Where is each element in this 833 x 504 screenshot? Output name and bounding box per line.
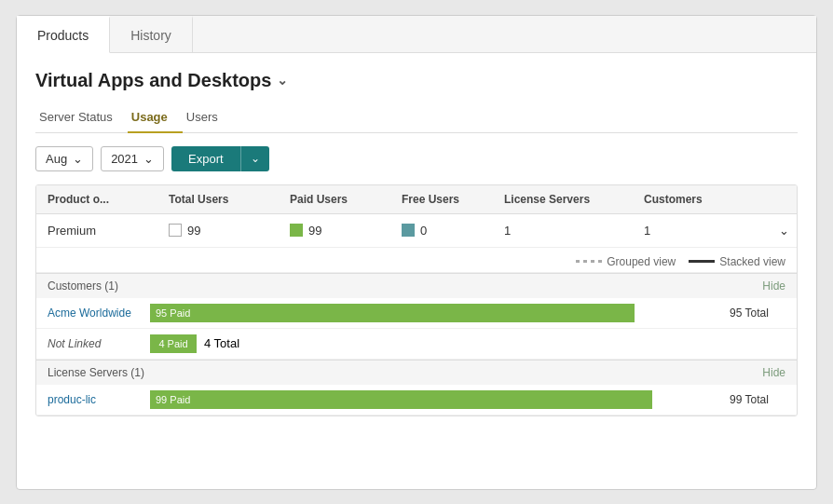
not-linked-label: Not Linked	[48, 337, 141, 350]
table-row: Premium 99 99 0 1 1	[36, 214, 797, 248]
acme-bar: 95 Paid	[150, 304, 635, 322]
cell-paid-users: 99	[290, 224, 402, 238]
col-expand	[765, 193, 798, 206]
customers-hide-button[interactable]: Hide	[762, 279, 785, 293]
grouped-icon	[576, 260, 602, 263]
produc-bar-container: 99 Paid	[150, 390, 720, 409]
tab-products[interactable]: Products	[17, 16, 110, 53]
tab-users[interactable]: Users	[183, 104, 233, 133]
tab-usage[interactable]: Usage	[128, 104, 183, 133]
sub-tab-bar: Server Status Usage Users	[35, 104, 798, 133]
produc-total: 99 Total	[730, 393, 785, 406]
col-free-users: Free Users	[402, 193, 504, 206]
cell-license-servers: 1	[504, 224, 644, 238]
not-linked-bar-wrap: 4 Paid 4 Total	[150, 334, 239, 353]
cell-product: Premium	[48, 224, 169, 238]
cell-total-users: 99	[169, 224, 290, 238]
tab-server-status[interactable]: Server Status	[35, 104, 128, 133]
col-paid-users: Paid Users	[290, 193, 402, 206]
license-section-header: License Servers (1) Hide	[36, 360, 797, 385]
toolbar: Aug ⌄ 2021 ⌄ Export ⌄	[35, 146, 798, 171]
col-total-users: Total Users	[169, 193, 290, 206]
not-linked-bar: 4 Paid	[150, 334, 197, 353]
export-button[interactable]: Export	[171, 146, 240, 171]
customers-section-header: Customers (1) Hide	[36, 273, 797, 298]
cell-expand[interactable]: ⌄	[765, 224, 798, 238]
year-chevron-icon: ⌄	[143, 152, 154, 166]
year-selector[interactable]: 2021 ⌄	[101, 146, 164, 171]
legend-grouped: Grouped view	[576, 255, 676, 268]
cell-free-users: 0	[402, 224, 504, 238]
acme-link[interactable]: Acme Worldwide	[48, 306, 141, 320]
tab-history[interactable]: History	[110, 16, 193, 52]
produc-link[interactable]: produc-lic	[48, 393, 141, 406]
produc-bar: 99 Paid	[150, 390, 652, 409]
license-hide-button[interactable]: Hide	[762, 366, 785, 379]
month-selector[interactable]: Aug ⌄	[35, 146, 93, 171]
customers-section-label: Customers (1)	[48, 279, 118, 293]
free-users-icon	[402, 224, 415, 237]
customer-row-not-linked: Not Linked 4 Paid 4 Total	[36, 329, 797, 360]
total-users-icon	[169, 224, 182, 237]
legend-stacked: Stacked view	[689, 255, 785, 268]
export-group: Export ⌄	[171, 146, 269, 171]
usage-table: Product o... Total Users Paid Users Free…	[35, 184, 798, 416]
export-dropdown-button[interactable]: ⌄	[240, 146, 269, 171]
page-title: Virtual Apps and Desktops ⌄	[35, 70, 798, 91]
chart-legend: Grouped view Stacked view	[36, 248, 797, 273]
col-license-servers: License Servers	[504, 193, 644, 206]
license-row-produc: produc-lic 99 Paid 99 Total	[36, 385, 797, 415]
acme-total: 95 Total	[730, 306, 785, 320]
table-header: Product o... Total Users Paid Users Free…	[36, 185, 797, 214]
main-card: Products History Virtual Apps and Deskto…	[16, 15, 817, 490]
not-linked-total: 4 Total	[204, 336, 239, 350]
acme-bar-container: 95 Paid	[150, 304, 720, 322]
row-expand-icon: ⌄	[779, 224, 789, 238]
title-chevron-icon[interactable]: ⌄	[277, 73, 288, 88]
col-product: Product o...	[48, 193, 169, 206]
customer-row-acme: Acme Worldwide 95 Paid 95 Total	[36, 298, 797, 329]
top-tab-bar: Products History	[17, 16, 816, 53]
page-content: Virtual Apps and Desktops ⌄ Server Statu…	[17, 53, 816, 431]
paid-users-icon	[290, 224, 303, 237]
col-customers: Customers	[644, 193, 765, 206]
cell-customers: 1	[644, 224, 765, 238]
license-section-label: License Servers (1)	[48, 366, 144, 379]
stacked-icon	[689, 260, 715, 263]
month-chevron-icon: ⌄	[73, 152, 83, 166]
